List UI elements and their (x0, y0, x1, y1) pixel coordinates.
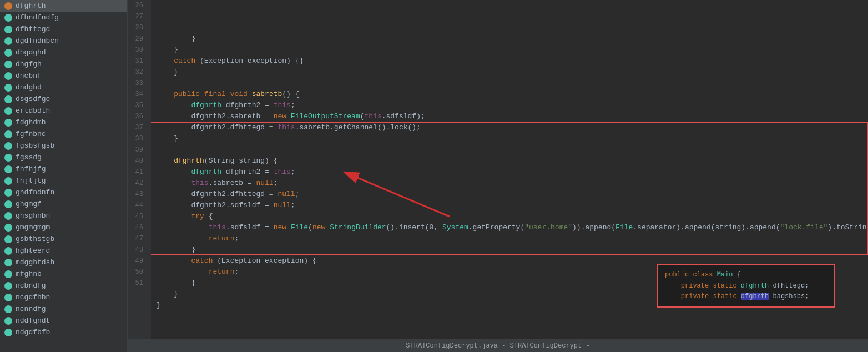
sidebar-item-ghgmgf[interactable]: ghgmgf (0, 198, 127, 210)
sidebar: dfghrthdfhndfndfgdfhttegddgdfndnbcndhgdg… (0, 0, 128, 352)
sidebar-item-label: ndgdfbfb (16, 328, 50, 336)
sidebar-item-label: hghteerd (16, 247, 50, 255)
sidebar-item-label: ghgmgf (16, 200, 42, 208)
code-line-32: dfghrth dfghrth2 = this; (157, 100, 868, 111)
code-line-40: dfghrth2.dfhttegd = null; (157, 189, 868, 200)
line-number-47: 47 (128, 233, 147, 244)
sidebar-item-label: ertdbdth (16, 107, 50, 115)
sidebar-item-label: fgsbsfgsb (16, 142, 54, 150)
line-number-44: 44 (128, 200, 147, 211)
sidebar-item-ghdfndnfn[interactable]: ghdfndnfn (0, 187, 127, 198)
sidebar-item-label: ghsghnbn (16, 212, 50, 220)
sidebar-item-ndgdfbfb[interactable]: ndgdfbfb (0, 326, 127, 338)
sidebar-item-label: dndghd (16, 83, 42, 92)
line-number-29: 29 (128, 33, 147, 44)
sidebar-icon (4, 329, 12, 336)
sidebar-icon (4, 270, 12, 278)
sidebar-icon (4, 142, 12, 150)
code-line-26: } (157, 33, 868, 44)
sidebar-item-dfhndfndfg[interactable]: dfhndfndfg (0, 12, 127, 23)
line-number-49: 49 (128, 255, 147, 266)
sidebar-item-fgssdg[interactable]: fgssdg (0, 152, 127, 163)
line-number-30: 30 (128, 44, 147, 56)
code-line-27: } (157, 44, 868, 56)
sidebar-item-dsgsdfge[interactable]: dsgsdfge (0, 93, 127, 105)
code-line-42: try { (157, 211, 868, 222)
code-line-38: dfghrth dfghrth2 = this; (157, 167, 868, 178)
sidebar-item-ertdbdth[interactable]: ertdbdth (0, 105, 127, 117)
line-number-42: 42 (128, 178, 147, 189)
sidebar-icon (4, 165, 12, 173)
sidebar-icon (4, 247, 12, 255)
line-number-38: 38 (128, 133, 147, 144)
line-number-43: 43 (128, 189, 147, 200)
line-number-35: 35 (128, 100, 147, 111)
sidebar-item-dhgdghd[interactable]: dhgdghd (0, 47, 127, 58)
sidebar-item-dgdfndnbcn[interactable]: dgdfndnbcn (0, 35, 127, 47)
status-bar: STRATConfigDecrypt.java - STRATConfigDec… (128, 339, 868, 352)
sidebar-item-gsbthstgb[interactable]: gsbthstgb (0, 233, 127, 245)
sidebar-item-mfghnb[interactable]: mfghnb (0, 268, 127, 280)
code-line-28: catch (Exception exception) {} (157, 56, 868, 67)
line-number-46: 46 (128, 222, 147, 233)
code-line-37: dfghrth(String string) { (157, 155, 868, 167)
tooltip-popup: public class Main { private static dfghr… (657, 264, 835, 308)
sidebar-item-fhjtjtg[interactable]: fhjtjtg (0, 175, 127, 187)
code-line-35: } (157, 133, 868, 144)
sidebar-item-dfhttegd[interactable]: dfhttegd (0, 23, 127, 35)
sidebar-item-hghteerd[interactable]: hghteerd (0, 245, 127, 257)
sidebar-item-label: mfghnb (16, 270, 42, 278)
code-line-43: this.sdfsldf = new File(new StringBuilde… (157, 222, 868, 233)
sidebar-item-label: ncgdfhbn (16, 293, 50, 301)
sidebar-item-gmgmgmgm[interactable]: gmgmgmgm (0, 222, 127, 233)
line-numbers: 2627282930313233343536373839404142434445… (128, 0, 151, 339)
code-line-39: this.sabretb = null; (157, 178, 868, 189)
line-number-48: 48 (128, 244, 147, 255)
sidebar-icon (4, 2, 12, 10)
code-line-36 (157, 144, 868, 155)
status-text: STRATConfigDecrypt.java - STRATConfigDec… (406, 342, 589, 350)
line-number-34: 34 (128, 89, 147, 100)
sidebar-item-ncgdfhbn[interactable]: ncgdfhbn (0, 291, 127, 303)
line-number-37: 37 (128, 122, 147, 133)
sidebar-item-label: fdghdmh (16, 118, 46, 127)
sidebar-item-ncbndfg[interactable]: ncbndfg (0, 280, 127, 291)
sidebar-item-dndghd[interactable]: dndghd (0, 82, 127, 93)
sidebar-item-label: nddfgndt (16, 316, 50, 325)
sidebar-item-fgfnbnc[interactable]: fgfnbnc (0, 128, 127, 140)
sidebar-item-label: fhjtjtg (16, 177, 46, 185)
sidebar-item-mdgghtdsh[interactable]: mdgghtdsh (0, 257, 127, 268)
sidebar-item-fdghdmh[interactable]: fdghdmh (0, 117, 127, 128)
sidebar-item-nddfgndt[interactable]: nddfgndt (0, 315, 127, 326)
sidebar-item-label: dhgfgh (16, 60, 42, 68)
sidebar-item-label: fgfnbnc (16, 130, 46, 138)
code-line-30 (157, 78, 868, 89)
code-line-44: return; (157, 233, 868, 244)
sidebar-item-label: ncnndfg (16, 305, 46, 313)
tooltip-content: public class Main { private static dfghr… (665, 270, 827, 302)
line-number-33: 33 (128, 78, 147, 89)
sidebar-item-ncnndfg[interactable]: ncnndfg (0, 303, 127, 315)
line-number-41: 41 (128, 167, 147, 178)
line-number-40: 40 (128, 155, 147, 167)
line-number-27: 27 (128, 11, 147, 22)
sidebar-item-label: gsbthstgb (16, 235, 54, 243)
sidebar-item-label: fhfhjfg (16, 165, 46, 173)
sidebar-icon (4, 107, 12, 115)
sidebar-icon (4, 61, 12, 68)
sidebar-item-dhgfgh[interactable]: dhgfgh (0, 58, 127, 70)
sidebar-icon (4, 37, 12, 45)
sidebar-item-fgsbsfgsb[interactable]: fgsbsfgsb (0, 140, 127, 152)
sidebar-item-dncbnf[interactable]: dncbnf (0, 70, 127, 82)
sidebar-icon (4, 294, 12, 301)
sidebar-item-dfghrth[interactable]: dfghrth (0, 0, 127, 12)
sidebar-item-fhfhjfg[interactable]: fhfhjfg (0, 163, 127, 175)
sidebar-icon (4, 235, 12, 243)
code-line-51 (157, 311, 868, 322)
code-line-34: dfghrth2.dfhttegd = this.sabretb.getChan… (157, 122, 868, 133)
sidebar-icon (4, 177, 12, 185)
line-number-45: 45 (128, 211, 147, 222)
line-number-51: 51 (128, 278, 147, 289)
main-panel: 2627282930313233343536373839404142434445… (128, 0, 868, 352)
sidebar-item-ghsghnbn[interactable]: ghsghnbn (0, 210, 127, 222)
